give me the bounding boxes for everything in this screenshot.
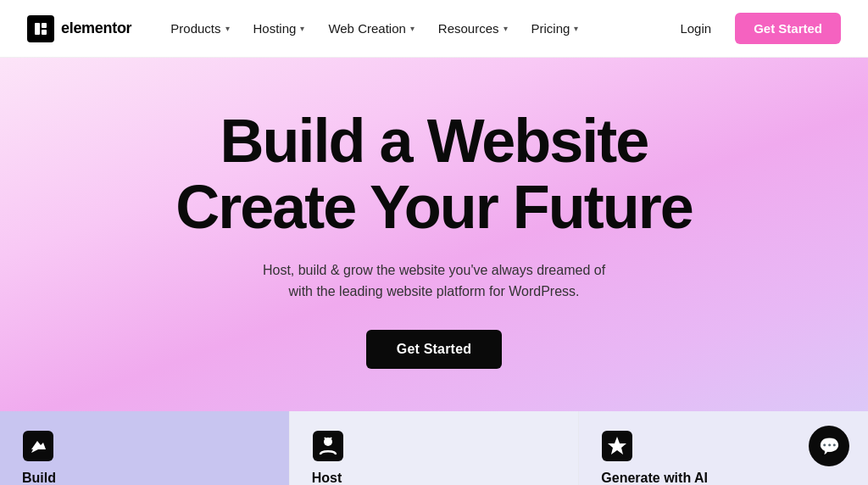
hero-cta-button[interactable]: Get Started (366, 330, 502, 369)
card-host[interactable]: Host Grow with lightning-fast, scalable … (290, 411, 580, 485)
build-icon (22, 430, 54, 462)
nav-item-web-creation[interactable]: Web Creation ▾ (316, 14, 426, 42)
chevron-down-icon: ▾ (504, 24, 508, 33)
card-host-title: Host (312, 471, 557, 485)
nav-item-products[interactable]: Products ▾ (159, 14, 241, 42)
chevron-down-icon: ▾ (574, 24, 578, 33)
nav-item-resources[interactable]: Resources ▾ (426, 14, 520, 42)
chat-bubble-button[interactable]: 💬 (809, 426, 849, 466)
chat-icon: 💬 (819, 436, 840, 456)
login-button[interactable]: Login (670, 14, 721, 42)
logo-icon (27, 15, 54, 42)
nav-item-hosting[interactable]: Hosting ▾ (242, 14, 317, 42)
chevron-down-icon: ▾ (410, 24, 415, 33)
hero-section: Build a Website Create Your Future Host,… (0, 58, 868, 411)
svg-rect-1 (42, 23, 47, 28)
card-build-title: Build (22, 471, 267, 485)
navbar: elementor Products ▾ Hosting ▾ Web Creat… (0, 0, 868, 58)
card-build[interactable]: Build Bring your vision to life with the… (0, 411, 290, 485)
cards-section: Build Bring your vision to life with the… (0, 411, 868, 485)
chevron-down-icon: ▾ (225, 24, 230, 33)
svg-rect-0 (35, 23, 40, 35)
hero-title: Build a Website Create Your Future (175, 109, 692, 241)
hero-subtitle: Host, build & grow the website you've al… (256, 259, 612, 303)
svg-rect-2 (42, 30, 47, 35)
get-started-nav-button[interactable]: Get Started (735, 13, 841, 44)
logo[interactable]: elementor (27, 15, 131, 42)
card-ai-title: Generate with AI (601, 471, 846, 485)
chevron-down-icon: ▾ (300, 24, 304, 33)
ai-icon (601, 430, 633, 462)
nav-item-pricing[interactable]: Pricing ▾ (520, 14, 591, 42)
logo-text: elementor (61, 20, 131, 37)
host-icon (312, 430, 344, 462)
nav-items: Products ▾ Hosting ▾ Web Creation ▾ Reso… (159, 14, 670, 42)
nav-right: Login Get Started (670, 13, 841, 44)
